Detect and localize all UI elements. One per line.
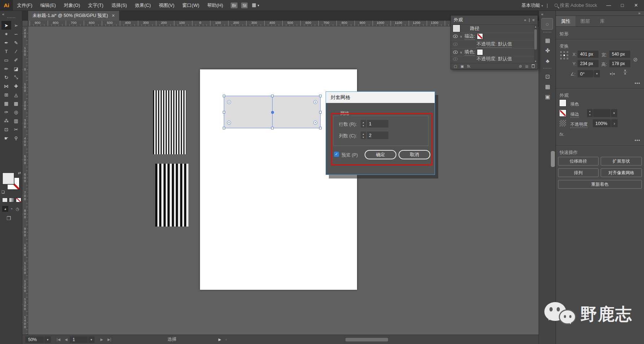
mesh-handle-n[interactable] xyxy=(271,95,274,97)
mesh-handle-s[interactable] xyxy=(271,127,274,129)
zoom-tool[interactable]: ⚲ xyxy=(11,134,21,142)
mesh-handle-e[interactable] xyxy=(319,111,322,113)
menu-视图[interactable]: 视图(V) xyxy=(155,0,178,11)
last-artboard-button[interactable]: ▶| xyxy=(105,337,113,341)
default-fill-stroke-icon[interactable]: ❏ xyxy=(1,190,5,194)
appearance-panel-header[interactable]: 外观 » | ≡ xyxy=(451,16,538,25)
opacity-swatch[interactable] xyxy=(560,120,566,126)
stroke-width-input[interactable] xyxy=(593,109,610,117)
cancel-button[interactable]: 取消 xyxy=(399,150,430,159)
panel-grip[interactable] xyxy=(7,17,15,19)
paintbrush-tool[interactable]: ✐ xyxy=(11,56,21,64)
fill-swatch[interactable] xyxy=(477,50,483,55)
cols-stepper[interactable]: ▴▾ xyxy=(361,132,366,139)
slice-tool[interactable]: ✂ xyxy=(11,125,21,134)
y-input[interactable] xyxy=(578,60,599,67)
draw-inside-button[interactable]: ◷ xyxy=(14,206,21,212)
pen-tool[interactable]: ✒ xyxy=(1,38,11,47)
collapse-toolbar-icon[interactable]: « xyxy=(2,12,4,16)
selection-tool[interactable]: ➤ xyxy=(1,21,11,30)
fill-opacity-label[interactable]: 不透明度: 默认值 xyxy=(477,56,512,61)
shaper-tool[interactable]: ✏ xyxy=(1,64,11,73)
mesh-anchor-ne[interactable] xyxy=(313,100,317,104)
tab-layers[interactable]: 图层 xyxy=(575,16,595,26)
appearance-row-path[interactable]: 路径 xyxy=(451,25,538,33)
visibility-eye-icon[interactable] xyxy=(453,35,458,38)
flip-horizontal-icon[interactable]: ▸|◂ xyxy=(610,72,615,76)
menu-编辑[interactable]: 编辑(E) xyxy=(36,0,60,11)
draw-behind-button[interactable]: ◔ xyxy=(8,206,14,212)
tab-close-icon[interactable]: ✕ xyxy=(112,13,115,18)
expand-panels-icon[interactable]: « xyxy=(541,12,543,16)
grid-icon[interactable]: ▦ xyxy=(525,64,528,68)
curvature-tool[interactable]: ✎ xyxy=(11,38,21,47)
canvas-horizontal-scrollbar[interactable] xyxy=(345,338,388,341)
dialog-title-bar[interactable]: 封套网格 xyxy=(326,92,435,103)
reference-point-widget[interactable] xyxy=(560,51,569,60)
brushes-panel-icon[interactable]: ✤ xyxy=(539,46,556,56)
pattern-panel-icon[interactable]: ▦ xyxy=(539,82,556,92)
mesh-anchor-se[interactable] xyxy=(313,121,317,125)
rectangle-tool[interactable]: ▭ xyxy=(1,56,11,64)
chevron-down-icon[interactable]: ∨ xyxy=(460,51,462,54)
appearance-row-stroke[interactable]: ∨ 描边: xyxy=(451,33,538,40)
zoom-chevron-icon[interactable]: ▾ xyxy=(44,336,51,343)
transform-more-icon[interactable]: ••• xyxy=(635,81,640,86)
stock-badge[interactable]: St xyxy=(241,3,248,8)
document-tab[interactable]: 未标题-1.ai* @ 50% (RGB/GPU 预览) ✕ xyxy=(28,11,119,21)
fx-icon[interactable]: fx. xyxy=(560,132,565,137)
appearance-row-fill[interactable]: ∨ 填色: xyxy=(451,48,538,56)
menu-文件[interactable]: 文件(F) xyxy=(13,0,36,11)
clear-appearance-icon[interactable]: ⊘ xyxy=(519,64,522,68)
visibility-eye-icon[interactable] xyxy=(453,51,458,54)
arrange-documents-icon[interactable]: ▦ ▾ xyxy=(248,0,263,11)
eyedropper-tool[interactable]: ✑ xyxy=(1,108,11,116)
status-collapse-icon[interactable]: ‹ xyxy=(223,337,229,341)
eraser-tool[interactable]: ◪ xyxy=(11,64,21,73)
status-expand-icon[interactable]: ▶ xyxy=(216,337,223,341)
striped-artwork-1[interactable] xyxy=(153,90,186,154)
visibility-eye-icon[interactable] xyxy=(453,57,458,61)
selected-mesh-object[interactable] xyxy=(224,96,321,128)
unlink-dimensions-icon[interactable]: ⊘ xyxy=(633,56,638,63)
width-input[interactable] xyxy=(609,51,630,58)
scale-tool[interactable]: ⤡ xyxy=(11,73,21,82)
color-paint-button[interactable] xyxy=(2,198,8,202)
menu-窗口[interactable]: 窗口(W) xyxy=(178,0,203,11)
trash-icon[interactable] xyxy=(532,64,535,68)
fx-icon[interactable]: fx. xyxy=(467,64,471,68)
canvas-vertical-scrollbar[interactable] xyxy=(551,151,555,167)
close-button[interactable]: ✕ xyxy=(631,0,641,11)
fill-label[interactable]: 填色: xyxy=(465,49,475,56)
angle-input[interactable]: 0° xyxy=(578,70,593,77)
panel-grip[interactable] xyxy=(543,68,551,69)
flip-vertical-icon[interactable]: ▸|◂ xyxy=(623,70,627,74)
menu-效果[interactable]: 效果(C) xyxy=(131,0,155,11)
bridge-badge[interactable]: Br xyxy=(231,3,238,8)
stroke-none-swatch[interactable] xyxy=(560,110,566,116)
menu-文字[interactable]: 文字(T) xyxy=(84,0,108,11)
gradient-paint-button[interactable] xyxy=(9,198,14,202)
workspace-switcher[interactable]: 基本功能 ▾ xyxy=(521,2,543,9)
cols-input[interactable] xyxy=(367,132,388,139)
tab-properties[interactable]: 属性 xyxy=(556,16,575,26)
new-stroke-icon[interactable]: ▢ xyxy=(454,64,457,68)
stroke-label[interactable]: 描边 xyxy=(570,111,579,118)
opacity-label[interactable]: 不透明度 xyxy=(570,121,588,128)
rows-stepper[interactable]: ▴▾ xyxy=(361,120,366,128)
rotate-tool[interactable]: ↻ xyxy=(1,73,11,82)
scroll-down-icon[interactable]: ▾ xyxy=(534,60,537,63)
zoom-level-select[interactable]: 50% xyxy=(25,336,44,343)
blend-tool[interactable]: ◎ xyxy=(11,108,21,116)
mesh-anchor-nw[interactable] xyxy=(227,100,231,104)
fill-color-swatch[interactable] xyxy=(2,172,14,185)
scroll-up-icon[interactable]: ▴ xyxy=(534,25,537,28)
stroke-width-chevron-icon[interactable]: ▾ xyxy=(611,109,617,117)
height-input[interactable] xyxy=(609,60,630,67)
opacity-input[interactable]: 100% xyxy=(593,119,611,127)
swap-fill-stroke-icon[interactable]: ⇄ xyxy=(18,171,21,175)
screen-mode-icon[interactable]: ❐ xyxy=(6,215,11,221)
mesh-tool[interactable]: ▦ xyxy=(1,99,11,108)
arrange-button[interactable]: 排列 xyxy=(558,168,599,177)
scrollbar-thumb[interactable] xyxy=(534,29,537,50)
